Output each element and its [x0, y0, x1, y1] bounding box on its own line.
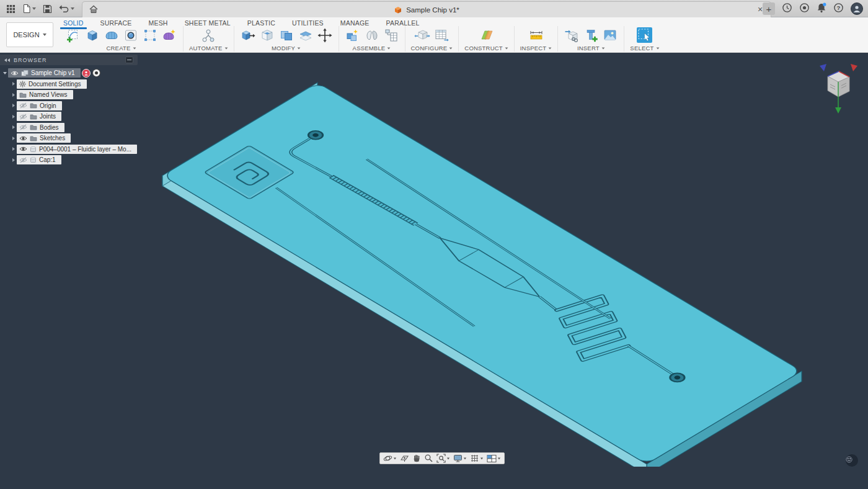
group-label-assemble[interactable]: ASSEMBLE [353, 45, 391, 52]
combine-icon[interactable] [278, 27, 294, 43]
tab-manage[interactable]: MANAGE [340, 19, 370, 27]
rigid-group-icon[interactable] [383, 27, 399, 43]
visibility-eye-icon[interactable] [19, 135, 27, 141]
tab-surface[interactable]: SURFACE [100, 19, 132, 27]
expand-arrow-icon[interactable] [11, 137, 17, 140]
visibility-off-eye-icon[interactable] [19, 124, 27, 130]
folder-icon [19, 92, 27, 98]
activate-radio-icon[interactable] [92, 69, 100, 77]
user-avatar[interactable] [851, 2, 863, 15]
browser-row-document-settings[interactable]: Document Settings [0, 79, 149, 90]
visibility-off-eye-icon[interactable] [19, 157, 27, 163]
help-icon[interactable]: ? [833, 2, 844, 16]
visibility-eye-icon[interactable] [19, 146, 27, 152]
document-tab[interactable]: Sample Chip v1* × [82, 1, 771, 17]
browser-row-origin[interactable]: Origin [0, 101, 149, 112]
browser-row-fluidic-layer[interactable]: P004–0001 – Fluidic layer – Mo... [0, 144, 149, 155]
assistant-icon[interactable] [846, 454, 858, 467]
save-icon[interactable] [43, 4, 52, 14]
browser-header[interactable]: BROWSER [0, 55, 138, 65]
construction-plane-icon[interactable] [479, 27, 495, 43]
tab-mesh[interactable]: MESH [149, 19, 168, 27]
notifications-bell-icon[interactable] [817, 2, 826, 16]
axis-z-arrow[interactable] [820, 64, 826, 71]
select-icon[interactable] [636, 27, 653, 43]
browser-row-bodies[interactable]: Bodies [0, 122, 149, 133]
tab-utilities[interactable]: UTILITIES [292, 19, 324, 27]
new-tab-button[interactable]: + [763, 2, 775, 15]
press-pull-icon[interactable] [240, 27, 256, 43]
tab-sheet-metal[interactable]: SHEET METAL [185, 19, 231, 27]
group-label-construct[interactable]: CONSTRUCT [464, 45, 508, 52]
new-component-icon[interactable] [345, 27, 361, 43]
canvas-image-icon[interactable] [602, 27, 618, 43]
browser-row-named-views[interactable]: Named Views [0, 89, 149, 101]
split-body-icon[interactable] [298, 27, 314, 43]
grid-icon[interactable] [469, 454, 484, 463]
visibility-off-eye-icon[interactable] [19, 114, 27, 120]
create-form-icon[interactable] [161, 27, 177, 43]
display-filter-icon[interactable] [125, 56, 133, 63]
group-label-inspect[interactable]: INSPECT [520, 45, 552, 52]
extrude-icon[interactable] [84, 27, 100, 43]
extensions-icon[interactable] [799, 2, 810, 16]
configuration-table-icon[interactable] [433, 27, 450, 43]
viewport-canvas[interactable]: BROWSER Sample Chip v1 [0, 53, 868, 467]
undo-icon[interactable] [59, 4, 74, 13]
insert-part-icon[interactable] [583, 27, 599, 43]
measure-icon[interactable] [528, 27, 544, 43]
move-icon[interactable] [317, 27, 333, 43]
tab-plastic[interactable]: PLASTIC [247, 19, 275, 27]
expand-arrow-icon[interactable] [11, 104, 17, 107]
app-grid-icon[interactable] [6, 4, 16, 14]
joint-icon[interactable] [364, 27, 380, 43]
expand-arrow-icon[interactable] [2, 72, 8, 74]
workspace-selector[interactable]: DESIGN [6, 22, 53, 47]
configuration-icon[interactable] [414, 27, 430, 43]
tab-parallel[interactable]: PARALLEL [386, 19, 420, 27]
tab-solid[interactable]: SOLID [63, 19, 84, 27]
form-icon[interactable] [104, 27, 120, 43]
shell-icon[interactable] [259, 27, 275, 43]
group-label-create[interactable]: CREATE [106, 45, 136, 52]
chevron-down-icon [32, 7, 36, 10]
insert-derive-icon[interactable] [564, 27, 580, 43]
expand-arrow-icon[interactable] [11, 125, 17, 129]
visibility-eye-icon[interactable] [11, 70, 19, 76]
browser-row-cap[interactable]: Cap:1 [0, 155, 149, 166]
expand-arrow-icon[interactable] [11, 82, 17, 86]
job-status-icon[interactable] [782, 2, 792, 16]
display-settings-icon[interactable] [453, 454, 467, 463]
browser-row-sketches[interactable]: Sketches [0, 133, 149, 144]
file-icon[interactable] [22, 4, 36, 14]
hole-icon[interactable] [123, 27, 139, 43]
group-create: CREATE [60, 26, 184, 52]
expand-arrow-icon[interactable] [11, 115, 17, 119]
pan-icon[interactable] [412, 454, 422, 463]
collapse-panel-icon[interactable] [4, 58, 10, 62]
view-cube-body[interactable] [828, 71, 849, 97]
group-label-insert[interactable]: INSERT [577, 45, 605, 52]
pattern-icon[interactable] [142, 27, 158, 43]
zoom-icon[interactable] [423, 454, 434, 463]
viewports-icon[interactable] [486, 454, 502, 463]
expand-arrow-icon[interactable] [11, 158, 17, 162]
orbit-icon[interactable] [383, 454, 397, 463]
group-label-select[interactable]: SELECT [630, 45, 659, 52]
group-label-modify[interactable]: MODIFY [272, 45, 301, 52]
group-label-automate[interactable]: AUTOMATE [189, 45, 228, 52]
group-label-configure[interactable]: CONFIGURE [411, 45, 453, 52]
expand-arrow-icon[interactable] [11, 147, 17, 151]
browser-row-joints[interactable]: Joints [0, 111, 149, 122]
create-sketch-icon[interactable] [65, 27, 81, 43]
visibility-off-eye-icon[interactable] [19, 102, 27, 109]
view-cube[interactable] [812, 58, 865, 117]
fit-icon[interactable] [436, 454, 451, 463]
expand-arrow-icon[interactable] [11, 93, 17, 97]
axis-x-arrow[interactable] [851, 64, 857, 71]
automate-icon[interactable] [200, 27, 216, 43]
browser-row-root[interactable]: Sample Chip v1 [0, 68, 149, 79]
look-at-icon[interactable] [399, 454, 410, 463]
collaborator-badge[interactable] [82, 69, 91, 78]
axis-y-arrow[interactable] [835, 107, 841, 114]
